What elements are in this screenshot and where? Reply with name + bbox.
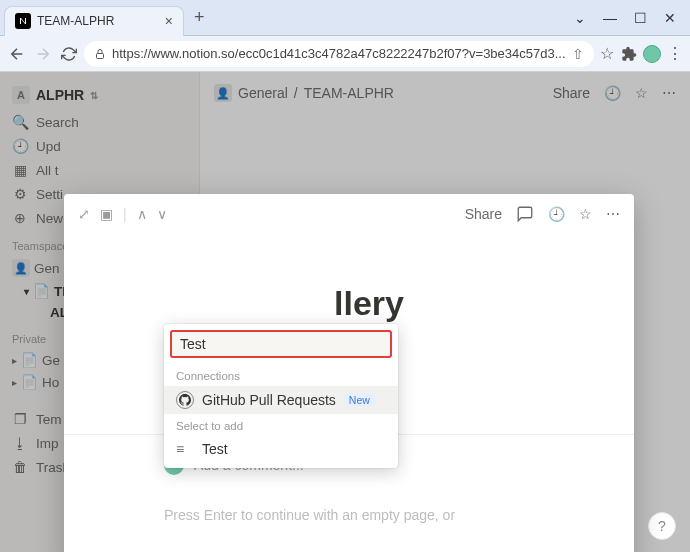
modal-topbar: ⤢ ▣ | ∧ ∨ Share 🕘 ☆ ⋯: [64, 194, 634, 234]
page-icon: 📄: [21, 352, 38, 368]
clock-icon: 🕘: [12, 138, 28, 154]
back-button[interactable]: [6, 41, 28, 67]
address-bar: https://www.notion.so/ecc0c1d41c3c4782a4…: [0, 36, 690, 72]
window-titlebar: TEAM-ALPHR × + ⌄ — ☐ ✕: [0, 0, 690, 36]
popup-item-label: Test: [202, 441, 228, 457]
workspace-switcher[interactable]: A ALPHR ⇅: [0, 80, 199, 110]
teamspace-icon: 👤: [12, 259, 30, 277]
url-box[interactable]: https://www.notion.so/ecc0c1d41c3c4782a4…: [84, 41, 594, 67]
connections-label: Connections: [164, 364, 398, 386]
clock-icon[interactable]: 🕘: [604, 85, 621, 101]
sidebar-item-label: Tem: [36, 412, 62, 427]
tree-label: Ho: [42, 375, 59, 390]
svg-rect-1: [97, 53, 104, 58]
sidebar-item-label: Upd: [36, 139, 61, 154]
chevron-right-icon: ▸: [12, 377, 17, 388]
chevron-down-icon: ▾: [24, 286, 29, 297]
star-icon[interactable]: ☆: [635, 85, 648, 101]
breadcrumb-segment[interactable]: TEAM-ALPHR: [304, 85, 394, 101]
grid-icon: ▦: [12, 162, 28, 178]
popup-item-test[interactable]: ≡ Test: [164, 436, 398, 462]
help-icon: ?: [658, 518, 666, 534]
sidebar-item-label: Search: [36, 115, 79, 130]
trash-icon: 🗑: [12, 459, 28, 475]
comment-icon[interactable]: [516, 205, 534, 223]
url-text: https://www.notion.so/ecc0c1d41c3c4782a4…: [112, 46, 566, 61]
empty-page-hint: Press Enter to continue with an empty pa…: [164, 481, 534, 523]
select-to-add-label: Select to add: [164, 414, 398, 436]
help-button[interactable]: ?: [648, 512, 676, 540]
gear-icon: ⚙: [12, 186, 28, 202]
property-search-popup: Connections GitHub Pull Requests New Sel…: [164, 324, 398, 468]
close-tab-icon[interactable]: ×: [165, 13, 173, 29]
search-icon: 🔍: [12, 114, 28, 130]
nav-up-icon[interactable]: ∧: [137, 206, 147, 222]
sidebar-search[interactable]: 🔍Search: [0, 110, 199, 134]
page-modal: ⤢ ▣ | ∧ ∨ Share 🕘 ☆ ⋯ llery s 5 PM + Ad: [64, 194, 634, 552]
workspace-name: ALPHR: [36, 87, 84, 103]
tab-title: TEAM-ALPHR: [37, 14, 159, 28]
more-icon[interactable]: ⋯: [662, 85, 676, 101]
menu-icon[interactable]: ⋮: [665, 43, 684, 65]
notion-favicon-icon: [15, 13, 31, 29]
profile-icon[interactable]: [643, 43, 662, 65]
maximize-icon[interactable]: ☐: [632, 10, 648, 26]
text-property-icon: ≡: [176, 441, 194, 457]
share-button[interactable]: Share: [553, 85, 590, 101]
property-search-input[interactable]: [170, 330, 392, 358]
sidebar-item-label: New: [36, 211, 63, 226]
chevron-right-icon: ▸: [12, 355, 17, 366]
breadcrumb[interactable]: 👤 General / TEAM-ALPHR: [214, 84, 394, 102]
template-icon: ❐: [12, 411, 28, 427]
chevron-sort-icon: ⇅: [90, 90, 98, 101]
forward-button[interactable]: [32, 41, 54, 67]
lock-icon: [94, 48, 106, 60]
workspace-icon: A: [12, 86, 30, 104]
download-icon: ⭳: [12, 435, 28, 451]
teamspace-icon: 👤: [214, 84, 232, 102]
github-icon: [176, 391, 194, 409]
sidebar-item-label: All t: [36, 163, 59, 178]
page-icon: 📄: [21, 374, 38, 390]
updates-icon[interactable]: 🕘: [548, 206, 565, 222]
sidebar-updates[interactable]: 🕘Upd: [0, 134, 199, 158]
reload-button[interactable]: [58, 41, 80, 67]
share-url-icon[interactable]: ⇧: [572, 46, 584, 62]
sidebar-item-label: Imp: [36, 436, 59, 451]
modal-share-button[interactable]: Share: [465, 206, 502, 222]
new-badge: New: [344, 393, 375, 407]
nav-down-icon[interactable]: ∨: [157, 206, 167, 222]
close-window-icon[interactable]: ✕: [662, 10, 678, 26]
sidebar-all-teamspaces[interactable]: ▦All t: [0, 158, 199, 182]
sidebar-item-label: Setti: [36, 187, 63, 202]
popup-item-github[interactable]: GitHub Pull Requests New: [164, 386, 398, 414]
peek-mode-icon[interactable]: ▣: [100, 206, 113, 222]
page-topbar: 👤 General / TEAM-ALPHR Share 🕘 ☆ ⋯: [200, 72, 690, 114]
star-icon[interactable]: ☆: [598, 43, 617, 65]
favorite-icon[interactable]: ☆: [579, 206, 592, 222]
popup-item-label: GitHub Pull Requests: [202, 392, 336, 408]
more-icon[interactable]: ⋯: [606, 206, 620, 222]
page-icon: 📄: [33, 283, 50, 299]
breadcrumb-segment[interactable]: General: [238, 85, 288, 101]
sidebar-item-label: Trasl: [36, 460, 66, 475]
chevron-down-icon[interactable]: ⌄: [572, 10, 588, 26]
tree-label: Ge: [42, 353, 60, 368]
minimize-icon[interactable]: —: [602, 10, 618, 26]
extensions-icon[interactable]: [620, 43, 639, 65]
new-tab-button[interactable]: +: [190, 3, 209, 32]
plus-circle-icon: ⊕: [12, 210, 28, 226]
tree-label: Gen: [34, 261, 60, 276]
expand-icon[interactable]: ⤢: [78, 206, 90, 222]
breadcrumb-separator: /: [294, 85, 298, 101]
browser-tab[interactable]: TEAM-ALPHR ×: [4, 6, 184, 36]
